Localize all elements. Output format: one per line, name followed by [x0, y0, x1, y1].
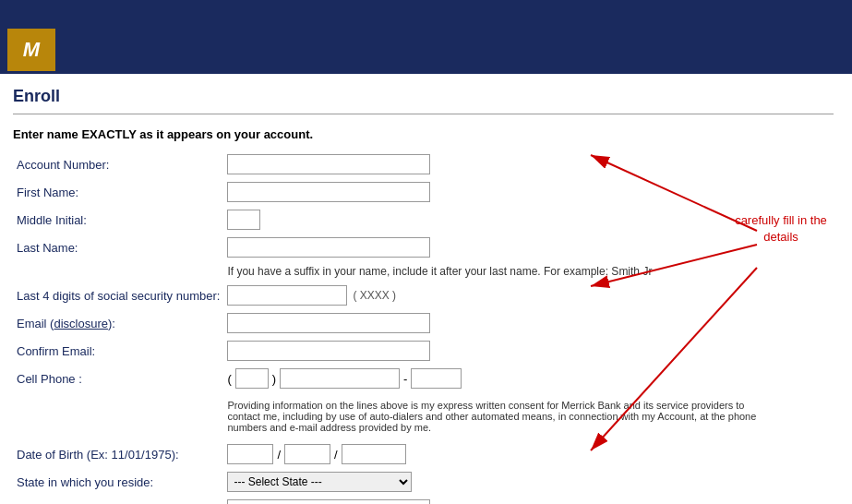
last-name-row: Last Name: — [13, 234, 834, 261]
state-select[interactable]: --- Select State --- — [227, 472, 412, 492]
account-number-input[interactable] — [227, 154, 430, 174]
email-label-text: Email ( — [17, 317, 54, 330]
enrollment-form: Account Number: First Name: Middle — [13, 150, 834, 504]
phone-number-part1[interactable] — [280, 368, 400, 389]
ssn-row: Last 4 digits of social security number:… — [13, 282, 834, 309]
state-row: State in which you reside: --- Select St… — [13, 468, 834, 496]
ssn-label: Last 4 digits of social security number: — [13, 282, 223, 309]
email-input-cell — [223, 309, 465, 337]
confirm-email-row: Confirm Email: — [13, 337, 834, 365]
dob-year-input[interactable] — [342, 444, 406, 464]
first-name-input-cell — [223, 178, 465, 206]
state-label: State in which you reside: — [13, 468, 223, 496]
cell-phone-input-cell: ( ) - — [223, 365, 465, 392]
logo-area: M — [0, 26, 852, 74]
first-name-row: First Name: — [13, 178, 834, 206]
middle-initial-input-cell — [223, 206, 465, 234]
maiden-name-input[interactable] — [227, 499, 430, 504]
account-number-input-cell — [223, 150, 465, 178]
phone-close-paren: ) — [272, 372, 276, 386]
dob-month-input[interactable] — [227, 444, 273, 464]
maiden-name-row: Mother's Maiden Name: — [13, 496, 834, 504]
dob-sep-1: / — [277, 448, 281, 462]
confirm-email-label: Confirm Email: — [13, 337, 223, 365]
phone-dash: - — [403, 372, 407, 386]
confirm-email-input-cell — [223, 337, 465, 365]
account-number-label: Account Number: — [13, 150, 223, 178]
phone-number-part2[interactable] — [411, 368, 462, 389]
page-title: Enroll — [13, 87, 834, 106]
phone-open-paren: ( — [227, 372, 231, 386]
arrow-target-1 — [465, 150, 834, 178]
last-name-label: Last Name: — [13, 234, 223, 261]
first-name-input[interactable] — [227, 182, 430, 202]
consent-row: Providing information on the lines above… — [13, 392, 834, 440]
maiden-name-label: Mother's Maiden Name: — [13, 496, 223, 504]
confirm-email-input[interactable] — [227, 341, 430, 361]
first-name-label: First Name: — [13, 178, 223, 206]
email-input[interactable] — [227, 313, 430, 333]
last-name-input-cell — [223, 234, 465, 261]
email-label-end: ): — [108, 317, 115, 330]
email-label-cell: Email (disclosure): — [13, 309, 223, 337]
middle-initial-label: Middle Initial: — [13, 206, 223, 234]
ssn-input[interactable] — [227, 285, 347, 306]
top-bar — [0, 0, 852, 26]
cell-phone-label: Cell Phone : — [13, 365, 223, 392]
divider — [13, 114, 834, 114]
page-content: Enroll Enter name EXACTLY as it appears … — [0, 74, 852, 504]
consent-text: Providing information on the lines above… — [227, 396, 762, 437]
middle-initial-row: Middle Initial: — [13, 206, 834, 234]
last-name-input[interactable] — [227, 237, 430, 258]
email-row: Email (disclosure): — [13, 309, 834, 337]
ssn-input-cell: ( XXXX ) — [223, 282, 465, 309]
phone-area-code[interactable] — [235, 368, 269, 389]
state-input-cell: --- Select State --- — [223, 468, 465, 496]
form-instruction: Enter name EXACTLY as it appears on your… — [13, 127, 834, 141]
dob-input-cell: / / — [223, 440, 465, 468]
logo-icon: M — [7, 29, 55, 71]
dob-day-input[interactable] — [284, 444, 330, 464]
suffix-note: If you have a suffix in your name, inclu… — [223, 261, 834, 282]
annotation-text: carefully fill in the details — [721, 212, 841, 246]
suffix-note-row: If you have a suffix in your name, inclu… — [13, 261, 834, 282]
maiden-name-input-cell — [223, 496, 465, 504]
account-number-row: Account Number: — [13, 150, 834, 178]
middle-initial-input[interactable] — [227, 210, 260, 230]
ssn-suffix-label: ( XXXX ) — [353, 289, 396, 302]
disclosure-link[interactable]: disclosure — [54, 317, 108, 330]
dob-label: Date of Birth (Ex: 11/01/1975): — [13, 440, 223, 468]
dob-row: Date of Birth (Ex: 11/01/1975): / / — [13, 440, 834, 468]
cell-phone-row: Cell Phone : ( ) - — [13, 365, 834, 392]
dob-sep-2: / — [334, 448, 338, 462]
